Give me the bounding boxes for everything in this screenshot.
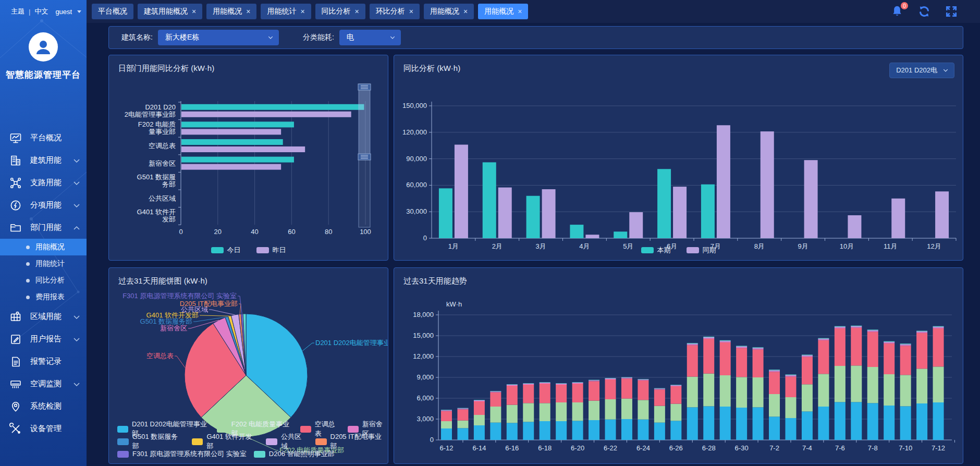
sidebar-item-label: 部门用能 (30, 223, 62, 232)
svg-text:7-10: 7-10 (899, 444, 912, 452)
tab[interactable]: 用能概况× (478, 4, 528, 19)
user-avatar-icon (33, 36, 54, 57)
legend-swatch (217, 426, 228, 433)
legend-swatch (687, 247, 699, 253)
sidebar: 主题 | 中文 guest 智慧能源管理平台 平台概况建筑用能支路用能分项用能部… (0, 0, 87, 466)
sidebar-item[interactable]: 系统检测 (0, 395, 87, 418)
tab[interactable]: 用能概况× (424, 4, 474, 19)
tab[interactable]: 用能统计× (261, 4, 311, 19)
legend-item[interactable]: 昨日 (256, 246, 286, 255)
svg-text:15,000: 15,000 (413, 332, 434, 339)
svg-text:3,000: 3,000 (416, 415, 434, 423)
building-select[interactable]: 新大楼E栋 (158, 30, 279, 45)
svg-text:0: 0 (423, 234, 427, 242)
tab-label: 用能概况 (430, 7, 459, 16)
fullscreen-button[interactable] (945, 5, 958, 18)
legend-item[interactable]: G401 软件开发部 (192, 432, 259, 451)
tab-label: 同比分析 (322, 7, 351, 16)
legend-swatch (117, 426, 128, 433)
svg-text:6-14: 6-14 (472, 444, 486, 452)
tab-close-icon[interactable]: × (409, 8, 413, 15)
notifications-button[interactable]: 0 (890, 5, 904, 18)
legend-item[interactable]: 公共区域 (266, 432, 308, 451)
user-menu[interactable]: guest (55, 8, 72, 16)
tab-close-icon[interactable]: × (192, 8, 196, 15)
pie-31days-panel: 过去31天用能饼图 (kW·h) D201 D202电能管理事业部F202 电能… (108, 267, 388, 464)
trend-31days-panel: 过去31天用能趋势 03,0006,0009,00012,00015,00018… (394, 267, 963, 464)
avatar (29, 32, 58, 62)
legend-item[interactable]: 同期 (687, 246, 716, 255)
caret-down-icon (77, 10, 81, 13)
legend-item[interactable]: 今日 (211, 246, 241, 255)
legend-label: 昨日 (273, 246, 286, 255)
sidebar-item[interactable]: 用户报告 (0, 328, 87, 350)
sidebar-item[interactable]: 设备管理 (0, 418, 87, 440)
sidebar-subitem[interactable]: 用能概况 (0, 239, 87, 255)
legend-item[interactable]: D205 IT配电事业部 (315, 432, 388, 451)
series-select[interactable]: D201 D202电 (889, 63, 954, 78)
chevron-up-icon (73, 224, 80, 231)
svg-text:空调总表: 空调总表 (146, 352, 174, 360)
sidebar-subitem[interactable]: 费用报表 (0, 289, 87, 305)
legend-label: 今日 (227, 246, 241, 255)
bullet-dot-icon (26, 296, 30, 299)
sidebar-item-label: 平台概况 (30, 133, 62, 143)
platform-title: 智慧能源管理平台 (0, 69, 87, 81)
tab[interactable]: 用能概况× (206, 4, 256, 19)
sidebar-item[interactable]: 平台概况 (0, 127, 87, 149)
svg-text:6,000: 6,000 (416, 394, 434, 402)
language-label[interactable]: 中文 (34, 7, 48, 16)
tab-label: 用能概况 (484, 7, 513, 16)
tab-close-icon[interactable]: × (518, 8, 522, 15)
location-pin-icon (9, 400, 23, 413)
sidebar-item[interactable]: 部门用能 (0, 216, 87, 239)
tab-close-icon[interactable]: × (300, 8, 304, 15)
svg-text:6-22: 6-22 (604, 444, 617, 452)
yoy-analysis-panel: 同比分析 (kW·h) D201 D202电 030,00060,00090,0… (394, 55, 963, 261)
sidebar-item[interactable]: 支路用能 (0, 171, 87, 194)
legend-item[interactable]: G501 数据服务部 (117, 432, 185, 451)
tab[interactable]: 环比分析× (370, 4, 420, 19)
chart-legend: 本期同期 (394, 246, 963, 255)
tab-close-icon[interactable]: × (246, 8, 250, 15)
svg-text:60: 60 (288, 228, 295, 236)
sidebar-subitem[interactable]: 用能统计 (0, 255, 87, 272)
svg-text:9,000: 9,000 (416, 373, 434, 381)
sidebar-subitem-label: 费用报表 (35, 292, 65, 302)
sidebar-item[interactable]: 空调监测 (0, 373, 87, 395)
sidebar-item[interactable]: 区域用能 (0, 305, 87, 328)
legend-label: 本期 (657, 246, 671, 255)
theme-label[interactable]: 主题 (11, 7, 24, 16)
sidebar-item[interactable]: 建筑用能 (0, 149, 87, 171)
svg-text:新宿舍区: 新宿舍区 (160, 324, 187, 332)
tab[interactable]: 同比分析× (315, 4, 365, 19)
refresh-button[interactable] (917, 5, 931, 18)
svg-text:0: 0 (179, 228, 182, 236)
series-select-value: D201 D202电 (896, 66, 937, 75)
legend-item[interactable]: F301 原电源管理系统有限公司 实验室 (117, 449, 247, 459)
bullet-dot-icon (26, 279, 30, 283)
sidebar-item[interactable]: 分项用能 (0, 194, 87, 216)
legend-item[interactable]: 本期 (641, 246, 671, 255)
svg-text:6-12: 6-12 (439, 444, 453, 452)
legend-swatch (256, 247, 269, 253)
svg-text:7-4: 7-4 (802, 444, 812, 452)
svg-text:20: 20 (214, 228, 222, 236)
legend-swatch (315, 438, 327, 445)
tab-close-icon[interactable]: × (355, 8, 359, 15)
svg-text:150,000: 150,000 (402, 102, 427, 109)
svg-text:120,000: 120,000 (402, 128, 427, 136)
tab[interactable]: 平台概况 (92, 4, 133, 19)
sidebar-item-label: 分项用能 (30, 200, 62, 210)
tab[interactable]: 建筑用能概况× (138, 4, 202, 19)
svg-text:空调总表: 空调总表 (149, 142, 176, 150)
daily-dept-yoy-panel: 日部门用能同比分析 (kW·h) 020406080100D201 D202电能… (108, 55, 388, 261)
svg-text:G501 数据服务部: G501 数据服务部 (137, 173, 176, 188)
energy-category-select[interactable]: 电 (339, 30, 401, 45)
trend-stacked-bar-chart: 03,0006,0009,00012,00015,00018,000kW·h6-… (394, 268, 963, 464)
sidebar-subitem[interactable]: 同比分析 (0, 272, 87, 289)
tab-close-icon[interactable]: × (463, 8, 468, 15)
legend-item[interactable]: D206 智能照明事业部 (254, 449, 335, 459)
sidebar-item-label: 报警记录 (30, 357, 62, 366)
sidebar-item[interactable]: 报警记录 (0, 350, 87, 373)
